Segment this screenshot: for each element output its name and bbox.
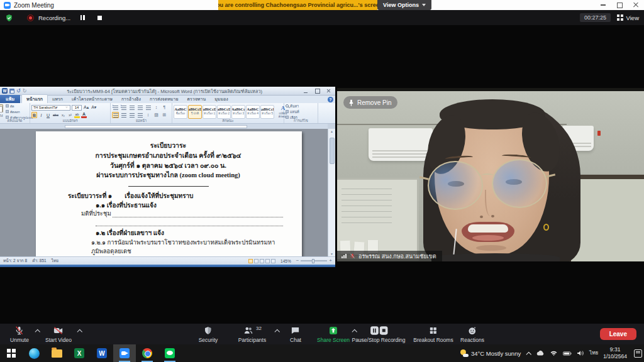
close-button[interactable] [628, 0, 644, 10]
zoom-level[interactable]: 145% [280, 259, 291, 263]
tab-view[interactable]: มุมมอง [210, 95, 232, 103]
keyboard-language-indicator[interactable]: ไทย [589, 351, 598, 356]
language-indicator[interactable]: ไทย [52, 258, 58, 264]
style-heading4[interactable]: AaBbCหัวเรื่อง 4 [246, 105, 260, 119]
page-indicator[interactable]: หน้า: 2 จาก 8 [3, 258, 27, 264]
align-right-button[interactable] [136, 112, 143, 118]
vertical-scrollbar[interactable]: ▲ ▼ [328, 129, 335, 256]
subscript-button[interactable]: x₂ [60, 112, 66, 118]
show-paragraph-marks-button[interactable]: ¶ [161, 104, 168, 111]
scroll-up-icon[interactable]: ▲ [328, 129, 335, 133]
tab-mailings[interactable]: การส่งจดหมาย [145, 95, 183, 103]
numbering-button[interactable] [120, 104, 127, 111]
meeting-info-shield-icon[interactable] [5, 14, 13, 22]
italic-button[interactable]: I [38, 112, 44, 118]
outline-view-button[interactable] [265, 259, 270, 263]
pause-stop-recording-button[interactable]: Pause/Stop Recording [352, 326, 405, 343]
taskbar-word[interactable]: W [91, 344, 113, 362]
scrollbar-thumb[interactable] [330, 138, 335, 164]
participants-button[interactable]: 32 Participants [238, 326, 266, 343]
underline-button[interactable]: U [45, 112, 51, 118]
onedrive-cloud-icon[interactable] [536, 350, 545, 356]
shading-button[interactable]: ▨ [153, 112, 160, 118]
strikethrough-button[interactable]: abc [52, 112, 59, 118]
taskbar-chrome[interactable] [136, 344, 158, 362]
bold-button[interactable]: B [31, 112, 37, 118]
battery-icon[interactable] [563, 351, 572, 356]
save-icon[interactable] [9, 89, 14, 94]
borders-button[interactable]: ⊞ [161, 112, 168, 118]
chat-button[interactable]: Chat [290, 326, 301, 343]
tab-file[interactable]: แฟ้ม [0, 95, 20, 103]
audio-options-chevron-icon[interactable] [35, 329, 40, 333]
word-restore-button[interactable] [314, 88, 321, 94]
style-heading1[interactable]: AaBbCcDdหัวเรื่อง 1 [203, 105, 216, 119]
undo-icon[interactable]: ↺ [16, 89, 21, 94]
video-options-chevron-icon[interactable] [77, 329, 82, 333]
style-normal-selected[interactable]: AaBbCcDd¶ ปกติ [188, 105, 202, 119]
redo-icon[interactable]: ↻ [23, 89, 27, 94]
increase-indent-button[interactable] [145, 104, 152, 111]
zoom-slider-thumb[interactable] [312, 259, 314, 263]
word-count[interactable]: คำ: 851 [32, 258, 46, 264]
action-center-icon[interactable] [634, 349, 642, 358]
shrink-font-button[interactable]: A▾ [91, 104, 97, 111]
find-button[interactable]: ค้นหา [286, 104, 316, 109]
style-title[interactable]: AaBbCชื่อเรื่อง [174, 105, 187, 119]
replace-button[interactable]: แทนที่ [286, 109, 316, 114]
security-button[interactable]: Security [199, 326, 218, 343]
share-screen-button[interactable]: Share Screen [317, 326, 350, 343]
leave-button[interactable]: Leave [600, 328, 636, 340]
paste-button[interactable]: วาง [0, 104, 3, 119]
taskbar-line[interactable] [158, 344, 181, 362]
superscript-button[interactable]: x² [67, 112, 73, 118]
tab-home[interactable]: หน้าแรก [21, 94, 48, 103]
multilevel-list-button[interactable] [128, 104, 135, 111]
copy-button[interactable]: คัดลอก [6, 109, 33, 114]
align-left-button[interactable] [120, 112, 127, 118]
pause-recording-icon[interactable] [77, 13, 87, 22]
taskbar-edge[interactable] [23, 344, 45, 362]
scroll-down-icon[interactable]: ▼ [328, 252, 335, 256]
style-heading5[interactable]: AaBbCcDหัวเรื่อง 5 [260, 105, 274, 119]
highlight-color-button[interactable]: ab [74, 112, 80, 118]
stop-recording-icon[interactable] [94, 13, 104, 22]
grow-font-button[interactable]: A▴ [83, 104, 89, 111]
zoom-in-icon[interactable]: + [329, 259, 332, 263]
horizontal-ruler[interactable] [0, 124, 328, 129]
cut-button[interactable]: ตัด [6, 104, 33, 109]
draft-view-button[interactable] [271, 259, 275, 263]
minimize-button[interactable] [595, 0, 611, 10]
participants-chevron-icon[interactable] [275, 329, 279, 333]
style-heading3[interactable]: AaBbCcหัวเรื่อง 3 [231, 105, 245, 119]
tray-overflow-chevron-icon[interactable] [526, 351, 531, 356]
help-icon[interactable]: ? [328, 97, 333, 102]
sort-button[interactable]: ↕ [153, 104, 160, 111]
line-spacing-button[interactable]: ↕ [145, 112, 152, 118]
breakout-rooms-button[interactable]: Breakout Rooms [413, 326, 453, 343]
taskbar-file-explorer[interactable] [45, 344, 68, 362]
zoom-slider[interactable]: − + [296, 259, 332, 263]
zoom-out-icon[interactable]: − [296, 259, 299, 263]
web-layout-view-button[interactable] [260, 259, 264, 263]
view-layout-button[interactable]: View [617, 14, 639, 21]
remove-pin-button[interactable]: Remove Pin [343, 96, 397, 109]
print-layout-view-button[interactable] [248, 259, 253, 263]
tab-references[interactable]: การอ้างอิง [117, 95, 145, 103]
align-center-button[interactable] [128, 112, 135, 118]
tab-insert[interactable]: แทรก [48, 95, 67, 103]
start-video-button[interactable]: Start Video [45, 326, 72, 343]
word-close-button[interactable] [325, 88, 332, 94]
bullets-button[interactable] [112, 104, 119, 111]
taskbar-zoom-active[interactable] [113, 344, 136, 362]
document-page[interactable]: ระเบียบวาระ การประชุมเกษตรอำเภอประจำเดือ… [36, 131, 302, 256]
font-color-button[interactable]: A [81, 112, 87, 118]
weather-widget[interactable]: 34°C Mostly sunny [460, 349, 521, 357]
word-minimize-button[interactable] [303, 88, 309, 94]
wifi-icon[interactable] [550, 350, 558, 356]
taskbar-clock[interactable]: 9:31 1/10/2564 [603, 346, 627, 360]
reactions-button[interactable]: Reactions [460, 326, 484, 343]
tab-page-layout[interactable]: เค้าโครงหน้ากระดาษ [67, 95, 117, 103]
start-button[interactable] [0, 344, 23, 362]
decrease-indent-button[interactable] [136, 104, 143, 111]
